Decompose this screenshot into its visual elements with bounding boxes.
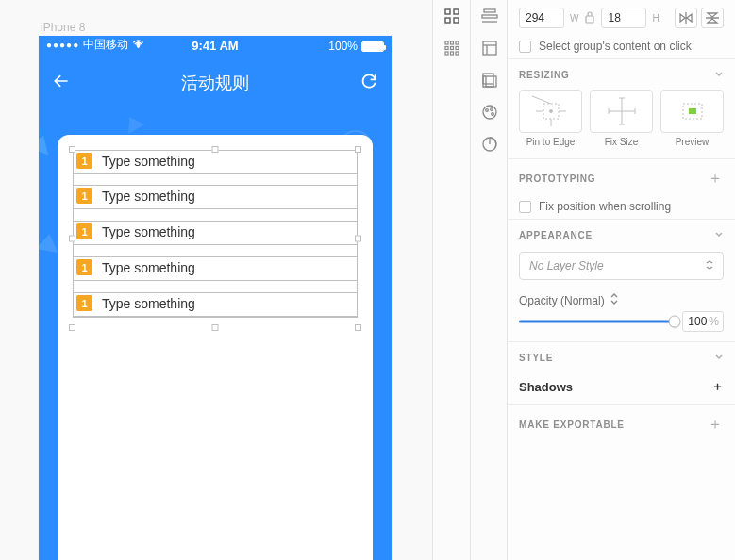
svg-rect-5 (445, 41, 448, 44)
fix-position-checkbox[interactable] (519, 201, 531, 213)
list-item[interactable]: 1 Type something (76, 295, 195, 311)
lock-icon[interactable] (584, 10, 595, 26)
resize-handle[interactable] (355, 236, 361, 242)
canvas-area[interactable]: iPhone 8 ●●●●● 中国移动 9:41 AM 100% 活 (0, 0, 432, 560)
battery-pct: 100% (328, 40, 358, 53)
resize-handle[interactable] (69, 146, 75, 153)
add-export-button[interactable]: ＋ (708, 415, 724, 435)
artboard-label[interactable]: iPhone 8 (41, 21, 85, 34)
collapse-icon[interactable] (714, 352, 724, 363)
resizing-header: RESIZING (519, 70, 570, 80)
prototyping-header: PROTOTYPING (519, 173, 595, 184)
number-badge: 1 (76, 153, 92, 169)
resize-handle[interactable] (212, 146, 219, 153)
svg-point-34 (549, 110, 552, 113)
resize-handle[interactable] (355, 324, 361, 331)
inspector-tabs-strip (470, 0, 508, 560)
svg-rect-14 (484, 9, 495, 12)
pin-label: Pin to Edge (519, 137, 582, 147)
list-item[interactable]: 1 Type something (76, 188, 195, 204)
svg-rect-28 (586, 16, 593, 23)
select-group-content-label: Select group's content on click (539, 40, 692, 53)
svg-point-22 (483, 106, 496, 119)
opacity-input[interactable]: 100% (682, 311, 724, 332)
add-prototyping-button[interactable]: ＋ (708, 169, 724, 189)
height-input[interactable]: 18 (601, 8, 646, 28)
svg-rect-42 (689, 108, 696, 114)
number-badge: 1 (76, 188, 92, 204)
list-item[interactable]: 1 Type something (76, 259, 195, 275)
svg-rect-15 (482, 15, 497, 18)
svg-line-30 (532, 96, 551, 104)
svg-rect-13 (456, 52, 459, 55)
opacity-stepper-icon[interactable] (610, 293, 618, 307)
number-badge: 1 (76, 223, 92, 239)
add-shadow-button[interactable]: ＋ (711, 378, 724, 395)
tab-align-icon[interactable] (471, 0, 509, 32)
tab-layout-icon[interactable] (471, 32, 509, 64)
svg-rect-3 (445, 18, 450, 23)
list-item[interactable]: 1 Type something (76, 153, 195, 169)
width-input[interactable]: 294 (519, 8, 564, 28)
svg-rect-9 (451, 47, 454, 50)
flip-horizontal-button[interactable] (675, 8, 697, 28)
flip-vertical-button[interactable] (701, 8, 724, 28)
resize-handle[interactable] (69, 236, 75, 242)
svg-rect-10 (456, 47, 459, 50)
svg-point-23 (486, 109, 489, 112)
tab-layer-icon[interactable] (471, 64, 509, 96)
view-grid-large-icon[interactable] (433, 0, 471, 32)
list-item[interactable]: 1 Type something (76, 223, 195, 239)
bg-decoration (39, 131, 54, 155)
selection-group[interactable]: 1 Type something 1 Type something 1 Type… (73, 150, 358, 327)
shadows-label: Shadows (519, 380, 573, 394)
status-bar: ●●●●● 中国移动 9:41 AM 100% (39, 36, 392, 55)
svg-rect-2 (454, 9, 459, 14)
exportable-header: MAKE EXPORTABLE (519, 420, 625, 430)
resize-handle[interactable] (355, 146, 361, 153)
collapse-icon[interactable] (714, 69, 724, 80)
opacity-label: Opacity (Normal) (519, 294, 605, 307)
collapse-icon[interactable] (714, 229, 724, 240)
layer-style-dropdown[interactable]: No Layer Style (519, 252, 724, 280)
tab-style-icon[interactable] (471, 96, 509, 128)
svg-rect-7 (456, 41, 459, 44)
signal-dots-icon: ●●●●● (46, 40, 79, 50)
carrier-label: 中国移动 (83, 37, 128, 53)
select-group-content-checkbox[interactable] (519, 41, 531, 53)
pin-to-edge-control[interactable] (519, 90, 582, 133)
status-time: 9:41 AM (159, 39, 271, 53)
width-unit: W (570, 13, 578, 24)
svg-point-24 (491, 108, 493, 111)
svg-point-25 (492, 113, 494, 116)
fix-size-control[interactable] (590, 90, 653, 133)
layer-style-value: No Layer Style (529, 259, 604, 272)
row-text: Type something (102, 154, 195, 169)
row-text: Type something (102, 224, 195, 239)
row-text: Type something (102, 189, 195, 204)
number-badge: 1 (76, 259, 92, 275)
slider-thumb[interactable] (669, 316, 681, 328)
number-badge: 1 (76, 295, 92, 311)
artboard-iphone8[interactable]: ●●●●● 中国移动 9:41 AM 100% 活动规则 (39, 36, 392, 560)
svg-rect-17 (483, 41, 496, 55)
view-grid-small-icon[interactable] (433, 32, 471, 64)
svg-rect-11 (445, 52, 448, 55)
svg-rect-4 (454, 18, 459, 23)
svg-rect-20 (486, 76, 496, 87)
opacity-slider[interactable] (519, 315, 675, 328)
resize-handle[interactable] (212, 324, 219, 331)
tab-prototype-icon[interactable] (471, 128, 509, 160)
chevron-down-icon (706, 259, 713, 272)
nav-bar: 活动规则 (39, 62, 392, 104)
battery-icon (361, 41, 384, 52)
nav-title: 活动规则 (39, 72, 392, 94)
fix-label: Fix Size (590, 137, 653, 147)
bg-decoration (122, 112, 145, 134)
appearance-header: APPEARANCE (519, 230, 593, 240)
preview-control[interactable] (660, 90, 724, 133)
svg-rect-12 (451, 52, 454, 55)
resize-handle[interactable] (69, 324, 75, 331)
view-mode-strip (432, 0, 470, 560)
svg-rect-6 (451, 41, 454, 44)
